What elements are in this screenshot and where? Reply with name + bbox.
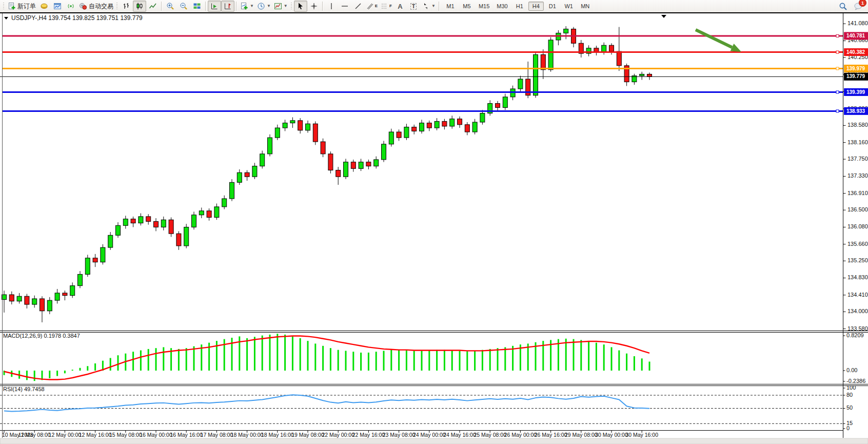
price-tick-label: 138.160 — [847, 139, 868, 145]
tab-timeframe-m1[interactable]: M1 — [443, 2, 458, 11]
toolbar-separator — [439, 2, 440, 11]
toolbar-grip[interactable] — [290, 2, 293, 10]
notifications-button[interactable]: 1 — [852, 1, 865, 12]
line-chart-mode-button[interactable] — [146, 1, 160, 12]
equidistant-channel-tool-button[interactable]: E — [365, 1, 379, 12]
price-tick-label: 136.500 — [847, 206, 868, 213]
time-tick-label: 30 May 00:00 — [595, 432, 628, 438]
tab-timeframe-w1[interactable]: W1 — [561, 2, 577, 11]
candle-bearish — [154, 221, 159, 227]
tab-timeframe-mn[interactable]: MN — [578, 2, 593, 11]
indicators-icon — [240, 2, 248, 10]
bottom-strip — [0, 438, 868, 444]
tab-timeframe-m30[interactable]: M30 — [494, 2, 510, 11]
time-tick-label: 25 May 08:00 — [474, 432, 506, 438]
signals-button[interactable] — [64, 1, 77, 12]
gold-coin-icon — [40, 2, 48, 10]
tab-timeframe-h1[interactable]: H1 — [512, 2, 527, 11]
fibonacci-icon — [381, 2, 388, 10]
usdjpy-h4-chart[interactable]: 141.080140.660140.250139.830139.410138.9… — [0, 12, 868, 444]
crosshair-icon — [310, 2, 318, 10]
chart-window[interactable]: 141.080140.660140.250139.830139.410138.9… — [0, 12, 868, 444]
templates-button[interactable]: ▼ — [272, 1, 289, 12]
candle-bearish — [25, 296, 29, 304]
new-order-button[interactable]: 新订单 — [6, 1, 37, 12]
periods-button[interactable]: ▼ — [255, 1, 272, 12]
candle-bullish — [222, 199, 227, 207]
candle-bullish — [252, 166, 257, 177]
svg-text:139.399: 139.399 — [846, 89, 865, 95]
deposit-button[interactable] — [37, 1, 51, 12]
candle-bullish — [374, 160, 379, 166]
chart-top-border — [0, 12, 868, 13]
candle-bearish — [298, 121, 303, 130]
candle-bearish — [176, 234, 181, 246]
candle-bullish — [283, 123, 287, 128]
candle-bullish — [435, 121, 439, 128]
crosshair-tool-button[interactable] — [307, 1, 321, 12]
auto-scroll-button[interactable] — [208, 1, 221, 12]
text-label-icon: T — [410, 3, 417, 10]
candle-bullish — [230, 182, 234, 199]
vertical-line-icon — [328, 2, 335, 10]
candle-bullish — [472, 122, 477, 132]
tile-windows-button[interactable] — [190, 1, 204, 12]
tab-timeframe-d1[interactable]: D1 — [545, 2, 560, 11]
candle-bearish — [465, 125, 469, 132]
candle-bullish — [548, 40, 553, 70]
candle-bullish — [192, 215, 196, 227]
rsi-tick-label: 0 — [846, 425, 850, 431]
cursor-tool-button[interactable] — [294, 1, 307, 12]
arrows-tool-button[interactable]: ▼ — [420, 1, 437, 12]
time-tick-label: 26 May 16:00 — [535, 432, 567, 438]
search-button[interactable] — [836, 1, 850, 12]
zoom-out-button[interactable] — [177, 1, 190, 12]
vertical-line-tool-button[interactable] — [325, 1, 338, 12]
candle-bearish — [313, 124, 318, 142]
text-label-tool-button[interactable]: T — [407, 1, 420, 12]
tab-timeframe-m15[interactable]: M15 — [476, 2, 492, 11]
market-watch-button[interactable] — [51, 1, 64, 12]
time-tick-label: 23 May 08:00 — [383, 432, 416, 438]
candle-bearish — [351, 162, 356, 169]
tab-timeframe-m5[interactable]: M5 — [459, 2, 475, 11]
candle-bearish — [207, 211, 211, 218]
zoom-in-button[interactable] — [164, 1, 177, 12]
toolbar-grip[interactable] — [116, 2, 119, 10]
candle-bullish — [344, 162, 348, 177]
candle-bearish — [647, 74, 652, 77]
candlestick-icon — [135, 2, 144, 10]
candle-bullish — [564, 29, 568, 33]
chart-shift-button[interactable] — [221, 1, 234, 12]
candle-bullish — [32, 299, 37, 304]
candle-bearish — [412, 127, 417, 131]
chart-title: USDJPY-,H4 139.754 139.825 139.751 139.7… — [11, 14, 143, 22]
level-line-handle — [836, 110, 839, 112]
candle-bearish — [458, 119, 462, 125]
rsi-label: RSI(14) 49.7458 — [3, 386, 45, 392]
horizontal-line-tool-button[interactable] — [338, 1, 351, 12]
candle-bullish — [161, 220, 166, 227]
price-tick-label: 134.000 — [847, 308, 868, 314]
level-line-handle — [836, 91, 839, 93]
bar-chart-mode-button[interactable] — [120, 1, 133, 12]
notification-count-badge: 1 — [859, 0, 866, 7]
fibonacci-tool-button[interactable]: F — [379, 1, 393, 12]
time-tick-label: 29 May 08:00 — [565, 432, 598, 438]
price-tick-label: 136.910 — [847, 190, 868, 196]
candlestick-mode-button[interactable] — [133, 1, 146, 12]
signal-icon — [67, 2, 75, 10]
candle-bullish — [602, 45, 606, 52]
price-tick-label: 141.080 — [847, 20, 868, 26]
time-tick-label: 15 May 08:00 — [109, 432, 142, 438]
toolbar-grip[interactable] — [3, 2, 5, 10]
search-icon — [839, 2, 847, 11]
cursor-icon — [297, 2, 305, 10]
auto-trading-button[interactable]: 自动交易 — [77, 1, 115, 12]
tab-timeframe-h4[interactable]: H4 — [528, 2, 544, 11]
text-tool-button[interactable]: A — [393, 1, 407, 12]
indicators-button[interactable]: ▼ — [239, 1, 255, 12]
trendline-tool-button[interactable] — [351, 1, 365, 12]
candle-bullish — [359, 162, 363, 169]
candle-bullish — [518, 79, 523, 89]
